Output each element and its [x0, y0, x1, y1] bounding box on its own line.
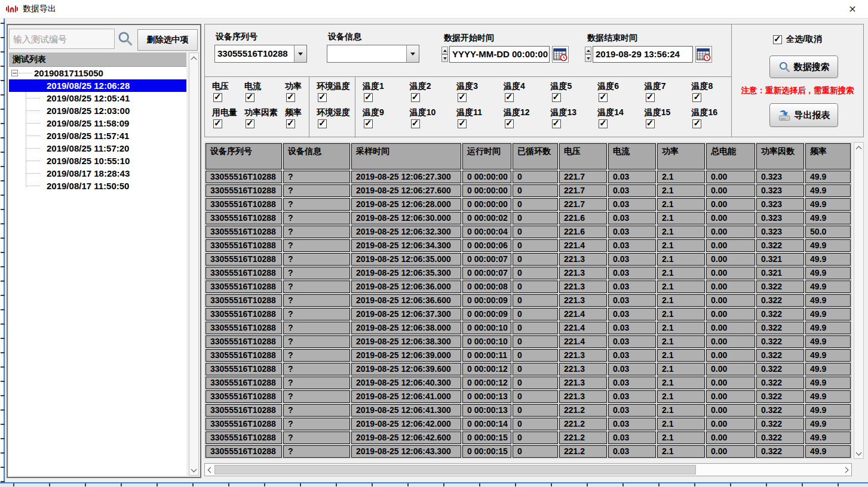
column-header: 功率因数	[756, 143, 804, 169]
checkbox-温度3[interactable]	[458, 93, 467, 102]
table-cell: 49.9	[805, 198, 851, 211]
table-cell: ?	[283, 184, 350, 197]
checkbox-温度1[interactable]	[364, 93, 373, 102]
spin-up-icon[interactable]	[441, 47, 448, 54]
table-cell: 221.2	[559, 404, 607, 417]
table-cell: 0.322	[756, 363, 804, 375]
table-cell: 49.9	[805, 171, 851, 183]
tree-item[interactable]: 2019/08/17 11:50:50	[9, 180, 186, 192]
export-report-button[interactable]: 导出报表	[769, 103, 838, 127]
table-cell: 0.322	[756, 431, 804, 444]
select-all-checkbox[interactable]	[773, 35, 782, 44]
warning-text: 注意：重新选择后，需重新搜索	[732, 85, 863, 96]
tree-scrollbar[interactable]	[189, 53, 199, 476]
checkbox-温度6[interactable]	[599, 93, 608, 102]
scroll-up-icon[interactable]	[189, 54, 198, 63]
tree-item-label: 2019/08/17 18:28:43	[47, 168, 130, 178]
table-cell: 49.9	[805, 281, 851, 293]
scroll-down-icon[interactable]	[189, 466, 198, 474]
search-icon[interactable]	[117, 30, 133, 47]
checkbox-温度5[interactable]	[552, 93, 561, 102]
scrollbar-thumb[interactable]	[214, 465, 696, 474]
table-cell: 0.322	[756, 404, 804, 417]
tree-item[interactable]: 2019/08/25 11:58:09	[9, 117, 186, 130]
data-search-button[interactable]: 数据搜索	[769, 56, 838, 78]
delete-selected-button[interactable]: 删除选中项	[137, 29, 198, 51]
table-row: 33055516T10288?2019-08-25 12:06:38.0000 …	[206, 322, 851, 334]
table-cell: 0 00:00:04	[462, 226, 511, 238]
checkbox-温度10[interactable]	[411, 119, 420, 128]
tree-item[interactable]: 2019/08/25 12:03:00	[9, 104, 186, 117]
table-vertical-scrollbar[interactable]	[854, 142, 864, 459]
table-row: 33055516T10288?2019-08-25 12:06:42.6000 …	[206, 431, 851, 444]
checkbox-温度16[interactable]	[692, 119, 701, 128]
checkbox-温度14[interactable]	[599, 119, 608, 128]
table-cell: 33055516T10288	[206, 349, 282, 362]
table-cell: 221.6	[559, 226, 607, 238]
checkbox-功率[interactable]	[286, 93, 295, 102]
checkbox-温度12[interactable]	[505, 119, 514, 128]
tree-item-label: 2019/08/25 11:57:41	[47, 131, 129, 141]
tree-item[interactable]: 2019/08/25 11:57:20	[9, 142, 186, 155]
table-cell: 0 00:00:15	[462, 445, 511, 458]
tree-item-label: 2019/08/25 11:57:20	[47, 143, 129, 153]
table-cell: 0.00	[706, 363, 755, 375]
table-cell: 49.9	[805, 349, 851, 362]
calendar-button[interactable]	[695, 46, 712, 63]
table-cell: 0	[513, 431, 558, 444]
table-cell: 2019-08-25 12:06:37.300	[351, 308, 461, 320]
spin-up-icon[interactable]	[585, 47, 591, 54]
chevron-down-icon[interactable]	[294, 45, 306, 62]
tree-item[interactable]: 2019/08/25 10:55:10	[9, 155, 186, 167]
checkbox-温度4[interactable]	[505, 93, 514, 102]
checkbox-温度13[interactable]	[552, 119, 561, 128]
table-cell: 221.3	[559, 390, 607, 403]
table-cell: 0.00	[706, 253, 755, 266]
tree-item[interactable]: 2019/08/25 12:05:41	[9, 92, 186, 104]
checkbox-功率因素[interactable]	[246, 119, 254, 128]
table-cell: 33055516T10288	[206, 322, 282, 334]
checkbox-温度11[interactable]	[458, 119, 467, 128]
checkbox-电流[interactable]	[246, 93, 254, 102]
checkbox-电压[interactable]	[213, 93, 222, 102]
checkbox-频率[interactable]	[286, 119, 295, 128]
scroll-right-icon[interactable]	[842, 464, 851, 476]
chevron-down-icon[interactable]	[406, 45, 419, 62]
calendar-button[interactable]	[552, 46, 569, 63]
checkbox-环境温度[interactable]	[318, 93, 327, 102]
table-cell: 0	[513, 212, 558, 224]
collapse-icon[interactable]	[11, 70, 18, 76]
scroll-left-icon[interactable]	[205, 464, 214, 476]
scroll-up-icon[interactable]	[854, 143, 863, 152]
table-cell: 2.1	[657, 308, 705, 320]
start-time-input[interactable]: YYYY-MM-DD 00:00:00	[449, 46, 550, 63]
spin-down-icon[interactable]	[585, 54, 591, 62]
table-cell: 2019-08-25 12:06:32.300	[351, 226, 461, 238]
checkbox-温度15[interactable]	[646, 119, 655, 128]
table-cell: 0	[513, 363, 558, 375]
checkbox-用电量[interactable]	[213, 119, 222, 128]
checkbox-环境湿度[interactable]	[318, 119, 327, 128]
tree-item[interactable]: 2019/08/17 18:28:43	[9, 167, 186, 180]
checkbox-column: 温度2温度10	[403, 77, 450, 138]
end-time-input[interactable]: 2019-08-29 13:56:24	[593, 46, 693, 63]
table-cell: 49.9	[805, 253, 851, 266]
tree-item[interactable]: 2019/08/25 11:57:41	[9, 130, 186, 142]
table-cell: 0.00	[706, 294, 755, 307]
search-input[interactable]	[9, 29, 115, 49]
tree-root-item[interactable]: 20190817115050	[9, 67, 186, 79]
tree-item[interactable]: 2019/08/25 12:06:28	[9, 79, 186, 92]
table-cell: 0 00:00:09	[462, 294, 511, 307]
checkbox-温度2[interactable]	[411, 93, 420, 102]
device-info-combo[interactable]	[327, 45, 419, 63]
checkbox-温度7[interactable]	[646, 93, 655, 102]
checkbox-温度8[interactable]	[692, 93, 701, 102]
column-header: 频率	[805, 143, 851, 169]
scroll-down-icon[interactable]	[854, 449, 863, 458]
spin-down-icon[interactable]	[441, 54, 448, 62]
table-cell: 0.00	[706, 335, 755, 348]
checkbox-温度9[interactable]	[364, 119, 373, 128]
table-horizontal-scrollbar[interactable]	[204, 463, 852, 476]
device-serial-combo[interactable]: 33055516T10288	[214, 45, 307, 63]
close-icon[interactable]: ✕	[843, 1, 862, 17]
